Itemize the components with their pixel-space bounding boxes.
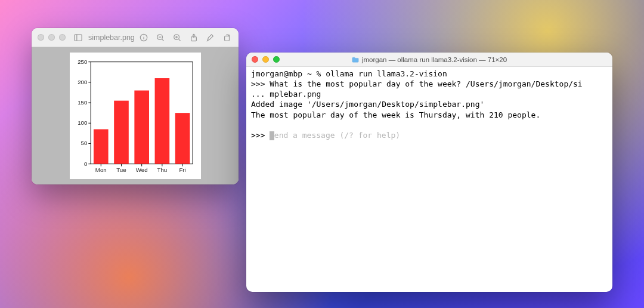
svg-text:100: 100 [78,119,88,126]
terminal-window: jmorgan — ollama run llama3.2-vision — 7… [246,53,612,292]
chart-svg: 050100150200250MonTueWedThuFri [75,56,196,177]
zoom-in-icon[interactable] [173,33,181,42]
bar-chart: 050100150200250MonTueWedThuFri [75,56,196,177]
svg-text:Fri: Fri [179,167,185,173]
prompt-prefix: >>> [251,131,270,140]
svg-text:150: 150 [78,99,88,106]
terminal-line: Added image '/Users/jmorgan/Desktop/simp… [251,99,608,109]
terminal-line [251,120,608,130]
rotate-icon[interactable] [223,33,231,42]
svg-line-6 [162,39,163,41]
maximize-button[interactable] [59,34,66,41]
close-button[interactable] [38,34,44,41]
terminal-line: jmorgan@mbp ~ % ollama run llama3.2-visi… [251,69,608,79]
share-icon[interactable] [190,33,198,42]
svg-rect-14 [224,36,229,41]
svg-line-9 [178,39,180,41]
terminal-traffic-lights [252,56,280,63]
close-button[interactable] [252,56,258,63]
svg-rect-0 [75,34,82,41]
image-preview: 050100150200250MonTueWedThuFri [70,53,201,179]
zoom-out-icon[interactable] [156,33,165,42]
sidebar-toggle-icon[interactable] [74,33,82,42]
terminal-placeholder: end a message (/? for help) [274,131,400,140]
svg-rect-30 [93,130,108,164]
desktop-background: simplebar.png ›› 050100150200250MonTueWe… [0,0,644,308]
svg-point-4 [143,35,144,36]
terminal-line: ... mplebar.png [251,89,608,99]
terminal-prompt-line[interactable]: >>> end a message (/? for help) [251,130,608,140]
svg-text:50: 50 [80,140,87,146]
preview-window: simplebar.png ›› 050100150200250MonTueWe… [32,28,239,184]
preview-toolbar: ›› [140,33,239,42]
terminal-line: >>> What is the most popular day of the … [251,79,608,89]
svg-text:Tue: Tue [116,167,126,173]
svg-rect-42 [175,113,190,164]
terminal-titlebar[interactable]: jmorgan — ollama run llama3.2-vision — 7… [246,53,612,67]
preview-titlebar[interactable]: simplebar.png ›› [32,28,239,47]
svg-text:200: 200 [78,79,88,85]
preview-title: simplebar.png [88,33,135,42]
preview-content[interactable]: 050100150200250MonTueWedThuFri [32,47,239,184]
terminal-title-text: jmorgan — ollama run llama3.2-vision — 7… [362,56,507,63]
minimize-button[interactable] [48,34,55,41]
terminal-line: The most popular day of the week is Thur… [251,110,608,120]
svg-text:Thu: Thu [157,167,167,173]
svg-text:Mon: Mon [95,167,106,173]
maximize-button[interactable] [273,56,280,63]
svg-text:0: 0 [83,161,87,167]
svg-rect-39 [154,78,169,164]
terminal-body[interactable]: jmorgan@mbp ~ % ollama run llama3.2-visi… [246,67,612,292]
minimize-button[interactable] [262,56,269,63]
svg-rect-36 [134,91,149,164]
svg-rect-33 [114,101,129,164]
info-icon[interactable] [140,33,148,42]
svg-text:Wed: Wed [135,167,147,173]
markup-icon[interactable] [206,33,215,42]
terminal-title: jmorgan — ollama run llama3.2-vision — 7… [246,56,612,63]
folder-icon [352,57,359,63]
preview-traffic-lights [38,34,66,41]
svg-text:250: 250 [78,58,88,65]
terminal-cursor [270,131,274,140]
